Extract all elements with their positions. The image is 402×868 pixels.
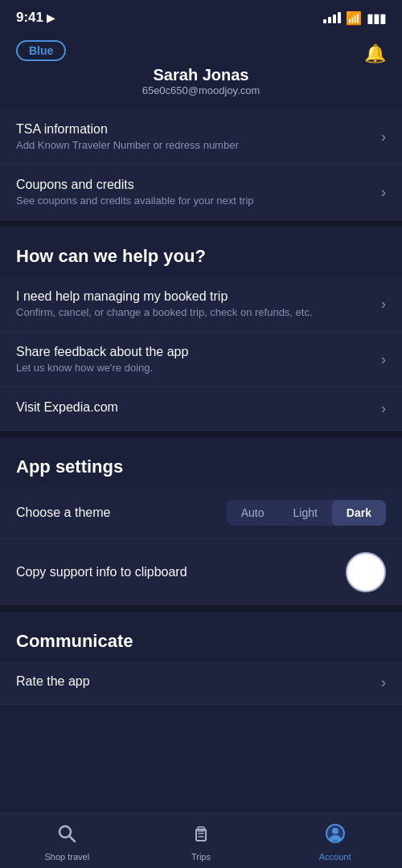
status-time: 9:41 ▶ xyxy=(16,10,55,26)
svg-point-7 xyxy=(332,828,338,834)
nav-trips[interactable]: Trips xyxy=(169,823,233,862)
rate-app-item[interactable]: Rate the app › xyxy=(0,661,402,705)
tsa-chevron: › xyxy=(381,129,386,145)
account-icon xyxy=(325,823,346,849)
communicate-section: Communicate Rate the app › xyxy=(0,612,402,705)
rate-app-chevron: › xyxy=(381,674,386,691)
coupons-subtitle: See coupons and credits available for yo… xyxy=(16,194,373,207)
copy-support-toggle[interactable] xyxy=(346,552,386,592)
user-email: 65e0c650@moodjoy.com xyxy=(142,84,260,96)
copy-support-row[interactable]: Copy support info to clipboard xyxy=(0,539,402,605)
user-header: Blue Sarah Jonas 65e0c650@moodjoy.com 🔔 xyxy=(0,32,402,109)
coupons-title: Coupons and credits xyxy=(16,178,373,192)
theme-label: Choose a theme xyxy=(16,506,110,520)
nav-account-label: Account xyxy=(319,852,351,862)
divider-communicate xyxy=(0,605,402,612)
tsa-information-item[interactable]: TSA information Add Known Traveler Numbe… xyxy=(0,109,402,165)
communicate-header: Communicate xyxy=(0,612,402,661)
theme-row: Choose a theme Auto Light Dark xyxy=(0,487,402,539)
tsa-title: TSA information xyxy=(16,122,373,137)
membership-badge: Blue xyxy=(16,40,66,61)
feedback-title: Share feedback about the app xyxy=(16,345,373,359)
status-icons: 📶 ▮▮▮ xyxy=(323,10,386,26)
location-icon: ▶ xyxy=(47,12,55,24)
signal-bars xyxy=(323,12,341,23)
visit-expedia-item[interactable]: Visit Expedia.com › xyxy=(0,387,402,431)
svg-line-1 xyxy=(70,837,76,842)
rate-app-title: Rate the app xyxy=(16,674,373,689)
tsa-subtitle: Add Known Traveler Number or redress num… xyxy=(16,139,373,151)
notification-bell[interactable]: 🔔 xyxy=(364,43,386,64)
help-header-text: How can we help you? xyxy=(16,246,386,267)
trips-icon xyxy=(191,823,211,849)
feedback-chevron: › xyxy=(381,351,386,368)
managed-trip-chevron: › xyxy=(381,296,386,313)
copy-support-label: Copy support info to clipboard xyxy=(16,565,187,579)
coupons-item[interactable]: Coupons and credits See coupons and cred… xyxy=(0,165,402,220)
divider-help xyxy=(0,220,402,227)
theme-auto-button[interactable]: Auto xyxy=(227,500,279,526)
theme-selector: Auto Light Dark xyxy=(227,500,386,526)
nav-shop-travel[interactable]: Shop travel xyxy=(35,823,99,862)
search-icon xyxy=(56,823,77,849)
theme-dark-button[interactable]: Dark xyxy=(332,500,386,526)
managed-trip-title: I need help managing my booked trip xyxy=(16,289,373,304)
wifi-icon: 📶 xyxy=(346,10,362,26)
feedback-item[interactable]: Share feedback about the app Let us know… xyxy=(0,332,402,387)
user-name: Sarah Jonas xyxy=(16,66,386,84)
theme-light-button[interactable]: Light xyxy=(279,500,332,526)
nav-trips-label: Trips xyxy=(191,852,211,862)
nav-account[interactable]: Account xyxy=(303,823,367,862)
status-bar: 9:41 ▶ 📶 ▮▮▮ xyxy=(0,0,402,32)
app-settings-header: App settings xyxy=(0,437,402,487)
help-section-header: How can we help you? xyxy=(0,227,402,276)
bottom-navigation: Shop travel Trips Account xyxy=(0,813,402,868)
settings-section: Choose a theme Auto Light Dark Copy supp… xyxy=(0,487,402,605)
divider-settings xyxy=(0,431,402,437)
battery-icon: ▮▮▮ xyxy=(367,10,386,26)
feedback-subtitle: Let us know how we're doing. xyxy=(16,362,373,374)
coupons-chevron: › xyxy=(381,184,386,201)
nav-shop-travel-label: Shop travel xyxy=(45,852,90,862)
communicate-header-text: Communicate xyxy=(16,631,386,652)
managed-trip-item[interactable]: I need help managing my booked trip Conf… xyxy=(0,276,402,332)
visit-expedia-chevron: › xyxy=(381,400,386,417)
managed-trip-subtitle: Confirm, cancel, or change a booked trip… xyxy=(16,306,373,318)
app-settings-header-text: App settings xyxy=(16,457,386,477)
visit-expedia-title: Visit Expedia.com xyxy=(16,400,373,415)
